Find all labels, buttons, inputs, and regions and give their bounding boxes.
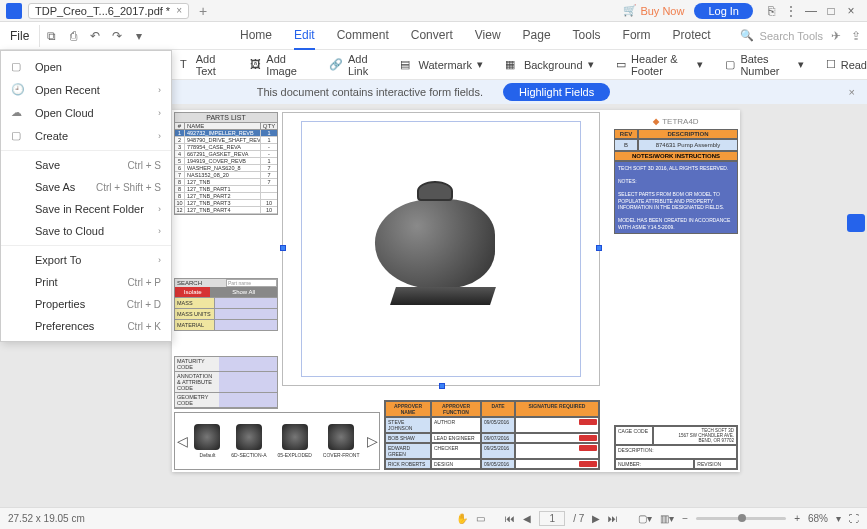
minimize-icon[interactable]: — — [801, 4, 821, 18]
zoom-in-button[interactable]: + — [794, 513, 800, 524]
maximize-icon[interactable]: □ — [821, 4, 841, 18]
document-tab-label: TDP_Creo_T...6_2017.pdf * — [35, 5, 170, 17]
prev-page-button[interactable]: ◀ — [523, 513, 531, 524]
tab-comment[interactable]: Comment — [337, 22, 389, 50]
notifications-icon[interactable]: ⎘ — [761, 4, 781, 18]
read-checkbox[interactable]: ☐Read — [826, 58, 867, 71]
parts-row[interactable]: 3778954_CASE_REVA- — [175, 144, 277, 151]
menu-item-save-to-cloud[interactable]: Save to Cloud› — [1, 220, 171, 242]
rail-icon-1[interactable] — [847, 214, 865, 232]
parts-row[interactable]: 8127_TNB_PART1 — [175, 186, 277, 193]
carousel-prev-button[interactable]: ◁ — [175, 433, 189, 449]
kebab-icon[interactable]: ⋮ — [781, 4, 801, 18]
document-tab[interactable]: TDP_Creo_T...6_2017.pdf * × — [28, 3, 189, 19]
add-link-button[interactable]: 🔗Add Link — [329, 53, 378, 77]
header-footer-button[interactable]: ▭Header & Footer▾ — [616, 53, 703, 77]
chevron-right-icon: › — [158, 204, 161, 214]
carousel-item[interactable]: COVER-FRONT — [323, 424, 360, 458]
first-page-button[interactable]: ⏮ — [505, 513, 515, 524]
parts-row[interactable]: 2948790_DRIVE_SHAFT_REVA1 — [175, 137, 277, 144]
parts-row[interactable]: 4667291_GASKET_REVA- — [175, 151, 277, 158]
menu-item-open-cloud[interactable]: ☁Open Cloud› — [1, 101, 171, 124]
file-button[interactable]: File — [0, 25, 40, 47]
parts-row[interactable]: 10127_TNB_PART310 — [175, 200, 277, 207]
tab-edit[interactable]: Edit — [294, 22, 315, 50]
parts-row[interactable]: 8127_TNB_PART2 — [175, 193, 277, 200]
menu-item-create[interactable]: ▢Create› — [1, 124, 171, 147]
menu-item-open-recent[interactable]: 🕘Open Recent› — [1, 78, 171, 101]
dropdown-icon[interactable]: ▾ — [128, 29, 150, 43]
chevron-down-icon[interactable]: ▾ — [836, 513, 841, 524]
menu-item-preferences[interactable]: PreferencesCtrl + K — [1, 315, 171, 337]
buy-now-link[interactable]: 🛒 Buy Now — [623, 4, 684, 17]
tab-convert[interactable]: Convert — [411, 22, 453, 50]
login-button[interactable]: Log In — [694, 3, 753, 19]
parts-row[interactable]: 6WASHER_NAS620_87 — [175, 165, 277, 172]
view-single-icon[interactable]: ▢▾ — [638, 513, 652, 524]
search-field-row[interactable]: MASS — [175, 297, 277, 308]
hand-tool-icon[interactable]: ✋ — [456, 513, 468, 524]
cart-icon: 🛒 — [623, 4, 637, 17]
attr-row[interactable]: ANNOTATION & ATTRIBUTE CODE — [175, 372, 277, 393]
search-tools[interactable]: 🔍 Search Tools — [740, 29, 823, 42]
view-continuous-icon[interactable]: ▥▾ — [660, 513, 674, 524]
menu-item-print[interactable]: PrintCtrl + P — [1, 271, 171, 293]
copy-icon[interactable]: ⧉ — [40, 29, 62, 43]
bates-button[interactable]: ▢Bates Number▾ — [725, 53, 804, 77]
isolate-button[interactable]: Isolate — [175, 287, 210, 297]
send-icon[interactable]: ✈ — [831, 29, 841, 43]
tab-tools[interactable]: Tools — [573, 22, 601, 50]
new-tab-button[interactable]: + — [199, 3, 207, 19]
part-name-input[interactable]: Part name — [226, 279, 277, 287]
share-icon[interactable]: ⇪ — [851, 29, 861, 43]
zoom-out-button[interactable]: − — [682, 513, 688, 524]
attr-row[interactable]: MATURITY CODE — [175, 357, 277, 372]
zoom-slider[interactable] — [696, 517, 786, 520]
menu-item-export-to[interactable]: Export To› — [1, 249, 171, 271]
close-icon[interactable]: × — [176, 5, 182, 16]
carousel-item[interactable]: 05-EXPLODED — [278, 424, 312, 458]
add-image-button[interactable]: 🖼Add Image — [250, 53, 307, 77]
menu-item-properties[interactable]: PropertiesCtrl + D — [1, 293, 171, 315]
parts-row[interactable]: 8127_TNB7 — [175, 179, 277, 186]
menu-item-save-as[interactable]: Save AsCtrl + Shift + S — [1, 176, 171, 198]
parts-row[interactable]: 5194919_COVER_REVB1 — [175, 158, 277, 165]
close-icon[interactable]: × — [849, 86, 855, 98]
tab-form[interactable]: Form — [623, 22, 651, 50]
pump-model[interactable] — [375, 199, 495, 289]
carousel-next-button[interactable]: ▷ — [365, 433, 379, 449]
menu-item-save[interactable]: SaveCtrl + S — [1, 154, 171, 176]
menu-item-save-in-recent-folder[interactable]: Save in Recent Folder› — [1, 198, 171, 220]
undo-icon[interactable]: ↶ — [84, 29, 106, 43]
tab-protect[interactable]: Protect — [673, 22, 711, 50]
watermark-button[interactable]: ▤Watermark▾ — [400, 58, 483, 72]
print-icon[interactable]: ⎙ — [62, 29, 84, 43]
parts-row[interactable]: 12127_TNB_PART410 — [175, 207, 277, 214]
redo-icon[interactable]: ↷ — [106, 29, 128, 43]
tab-view[interactable]: View — [475, 22, 501, 50]
app-icon — [6, 3, 22, 19]
show-all-button[interactable]: Show All — [210, 287, 277, 297]
background-button[interactable]: ▦Background▾ — [505, 58, 594, 72]
page-input[interactable]: 1 — [539, 511, 565, 526]
close-window-icon[interactable]: × — [841, 4, 861, 18]
carousel-item[interactable]: 6D-SECTION-A — [231, 424, 266, 458]
add-text-button[interactable]: TAdd Text — [180, 53, 228, 77]
menu-item-open[interactable]: ▢Open — [1, 55, 171, 78]
menu-shortcut: Ctrl + K — [127, 321, 161, 332]
fullscreen-icon[interactable]: ⛶ — [849, 513, 859, 524]
tab-page[interactable]: Page — [523, 22, 551, 50]
select-tool-icon[interactable]: ▭ — [476, 513, 485, 524]
parts-row[interactable]: 7NAS1352_08_207 — [175, 172, 277, 179]
next-page-button[interactable]: ▶ — [592, 513, 600, 524]
3d-view[interactable] — [282, 112, 600, 386]
menu-shortcut: Ctrl + P — [127, 277, 161, 288]
carousel-item[interactable]: Default — [194, 424, 220, 458]
highlight-fields-button[interactable]: Highlight Fields — [503, 83, 610, 101]
search-field-row[interactable]: MATERIAL — [175, 319, 277, 330]
last-page-button[interactable]: ⏭ — [608, 513, 618, 524]
parts-row[interactable]: 1492732_IMPELLER_REVB1 — [175, 130, 277, 137]
tab-home[interactable]: Home — [240, 22, 272, 50]
attr-row[interactable]: GEOMETRY CODE — [175, 393, 277, 408]
search-field-row[interactable]: MASS UNITS — [175, 308, 277, 319]
